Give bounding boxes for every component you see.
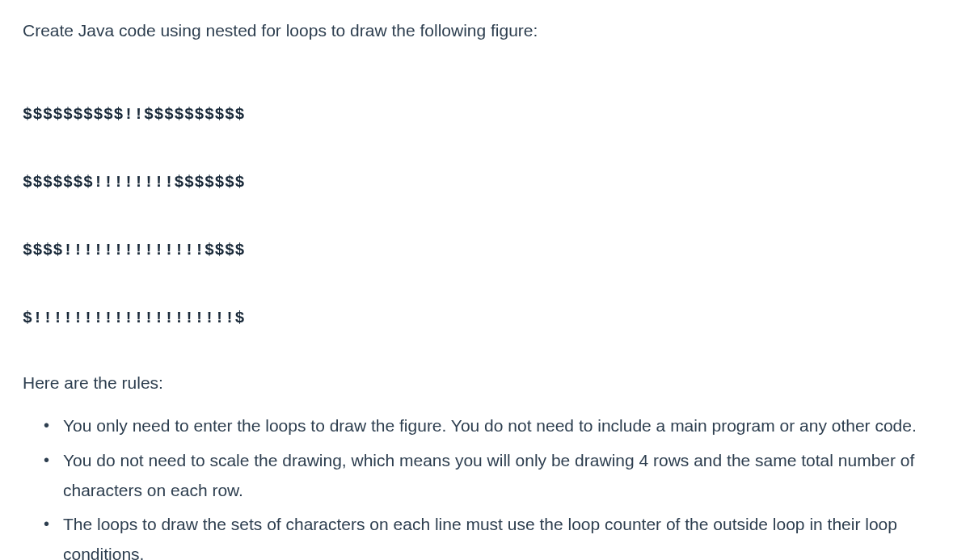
intro-paragraph: Create Java code using nested for loops … bbox=[23, 18, 947, 44]
rules-list: You only need to enter the loops to draw… bbox=[23, 411, 947, 560]
list-item: The loops to draw the sets of characters… bbox=[47, 510, 947, 560]
figure-line: $$$$$$$$$$!!$$$$$$$$$$ bbox=[23, 103, 947, 126]
figure-line: $$$$$$$!!!!!!!!$$$$$$$ bbox=[23, 171, 947, 194]
list-item: You do not need to scale the drawing, wh… bbox=[47, 446, 947, 506]
rules-heading: Here are the rules: bbox=[23, 370, 947, 396]
ascii-figure: $$$$$$$$$$!!$$$$$$$$$$ $$$$$$$!!!!!!!!$$… bbox=[23, 58, 947, 352]
list-item: You only need to enter the loops to draw… bbox=[47, 411, 947, 441]
figure-line: $$$$!!!!!!!!!!!!!!$$$$ bbox=[23, 239, 947, 262]
figure-line: $!!!!!!!!!!!!!!!!!!!!$ bbox=[23, 307, 947, 330]
